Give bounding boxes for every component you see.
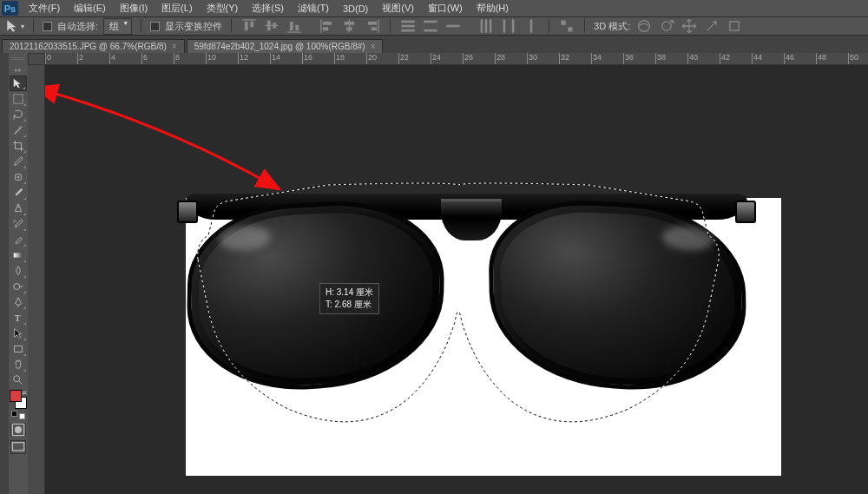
menu-window[interactable]: 窗口(W) (421, 0, 470, 16)
svg-rect-26 (485, 19, 488, 32)
crop-tool[interactable] (10, 138, 27, 154)
svg-rect-10 (323, 22, 332, 25)
menu-image[interactable]: 图像(I) (113, 0, 155, 16)
zoom-tool[interactable] (10, 372, 27, 388)
hand-tool[interactable] (10, 357, 27, 372)
3d-slide-icon[interactable] (703, 18, 720, 34)
canvas-viewport[interactable] (45, 65, 868, 494)
blur-tool[interactable] (10, 263, 27, 279)
ruler-tick: 20 (366, 53, 398, 65)
path-selection-tool[interactable] (10, 326, 27, 341)
separator (141, 19, 141, 33)
horizontal-ruler[interactable]: 0246810121416182022242628303234363840424… (45, 53, 868, 65)
move-tool[interactable] (10, 76, 27, 91)
align-left-icon[interactable] (319, 18, 336, 34)
svg-rect-5 (273, 23, 276, 28)
brush-tool[interactable] (10, 185, 27, 201)
distribute-v1-icon[interactable] (477, 18, 495, 34)
marquee-tool[interactable] (10, 91, 27, 107)
left-hinge (177, 201, 198, 223)
dodge-tool[interactable] (10, 279, 27, 294)
collapsed-panel-strip[interactable] (0, 53, 9, 494)
current-tool-indicator[interactable]: ▾ (5, 18, 24, 34)
eyedropper-tool[interactable] (10, 154, 27, 169)
align-top-icon[interactable] (240, 18, 258, 34)
screen-mode-button[interactable] (10, 440, 26, 454)
menu-type[interactable]: 类型(Y) (200, 0, 246, 16)
menu-help[interactable]: 帮助(H) (470, 0, 516, 16)
eraser-tool[interactable] (10, 232, 27, 247)
align-vcenter-icon[interactable] (263, 18, 280, 34)
svg-rect-16 (368, 22, 377, 25)
default-colors-icon[interactable] (11, 411, 25, 419)
close-icon[interactable]: × (172, 42, 177, 51)
3d-scale-icon[interactable] (726, 18, 743, 34)
foreground-color-swatch[interactable] (10, 390, 22, 402)
document-tab[interactable]: 20121162033515.JPG @ 66.7%(RGB/8) × (2, 39, 185, 53)
svg-rect-12 (349, 19, 350, 32)
pen-tool[interactable] (10, 294, 27, 310)
svg-point-38 (14, 284, 20, 290)
vertical-ruler[interactable] (28, 65, 45, 494)
auto-select-dropdown[interactable]: 组 (103, 18, 132, 35)
distribute-v3-icon[interactable] (523, 18, 540, 34)
lasso-tool[interactable] (10, 107, 27, 122)
annotation-arrow (45, 72, 306, 211)
ruler-origin[interactable] (28, 53, 45, 65)
svg-rect-13 (345, 22, 355, 25)
svg-rect-6 (287, 31, 300, 32)
svg-rect-30 (562, 21, 566, 25)
align-right-icon[interactable] (364, 18, 381, 34)
history-brush-tool[interactable] (10, 216, 27, 232)
menu-view[interactable]: 视图(V) (375, 0, 421, 16)
3d-pan-icon[interactable] (681, 18, 698, 34)
svg-rect-37 (14, 253, 23, 257)
quick-mask-mode-button[interactable] (10, 423, 26, 437)
auto-align-icon[interactable] (558, 18, 575, 34)
3d-roll-icon[interactable] (658, 18, 675, 34)
ruler-tick: 28 (495, 53, 527, 65)
type-tool[interactable]: T (10, 310, 27, 326)
auto-select-checkbox[interactable] (43, 22, 52, 31)
ruler-tick: 26 (463, 53, 495, 65)
svg-rect-29 (530, 19, 533, 32)
menu-file[interactable]: 文件(F) (22, 0, 67, 16)
distribute-h3-icon[interactable] (444, 18, 462, 34)
expand-toolbox-icon[interactable]: ▸▸ (9, 63, 28, 76)
healing-brush-tool[interactable] (10, 169, 27, 185)
gradient-tool[interactable] (10, 247, 27, 263)
menu-edit[interactable]: 编辑(E) (67, 0, 113, 16)
swap-colors-icon[interactable]: ⇄ (22, 390, 27, 397)
magic-wand-tool[interactable] (10, 122, 27, 138)
ruler-tick: 32 (559, 53, 591, 65)
distribute-h1-icon[interactable] (399, 18, 417, 34)
menu-select[interactable]: 选择(S) (245, 0, 291, 16)
document-tab[interactable]: 59fd874e2b402_1024.jpg @ 100%(RGB/8#) × (187, 39, 384, 53)
ruler-tick: 44 (752, 53, 784, 65)
rectangle-tool[interactable] (10, 341, 27, 357)
panel-grip[interactable] (9, 55, 28, 62)
distribute-h2-icon[interactable] (422, 18, 439, 34)
svg-point-33 (662, 22, 671, 30)
auto-select-label: 自动选择: (57, 20, 98, 33)
3d-orbit-icon[interactable] (635, 18, 653, 34)
close-icon[interactable]: × (371, 42, 376, 51)
svg-rect-31 (568, 27, 572, 31)
color-swatches[interactable]: ⇄ (10, 390, 27, 409)
distribute-v2-icon[interactable] (500, 18, 517, 34)
ruler-tick: 38 (655, 53, 687, 65)
align-bottom-icon[interactable] (286, 18, 303, 34)
menu-filter[interactable]: 滤镜(T) (291, 0, 336, 16)
show-transform-checkbox[interactable] (150, 22, 160, 31)
sunglasses-image-layer[interactable] (182, 194, 751, 406)
align-hcenter-icon[interactable] (341, 18, 358, 34)
transform-info-tooltip: H: 3.14 厘米 T: 2.68 厘米 (319, 283, 379, 314)
main-area: ▸▸ T ⇄ 024681012141618202224262830323436… (0, 53, 868, 494)
menu-layer[interactable]: 图层(L) (155, 0, 199, 16)
svg-rect-14 (346, 27, 352, 30)
clone-stamp-tool[interactable] (10, 201, 27, 216)
svg-rect-1 (245, 22, 248, 30)
ruler-tick: 12 (238, 53, 270, 65)
menu-3d[interactable]: 3D(D) (336, 2, 375, 16)
menu-bar: Ps 文件(F) 编辑(E) 图像(I) 图层(L) 类型(Y) 选择(S) 滤… (0, 0, 868, 16)
